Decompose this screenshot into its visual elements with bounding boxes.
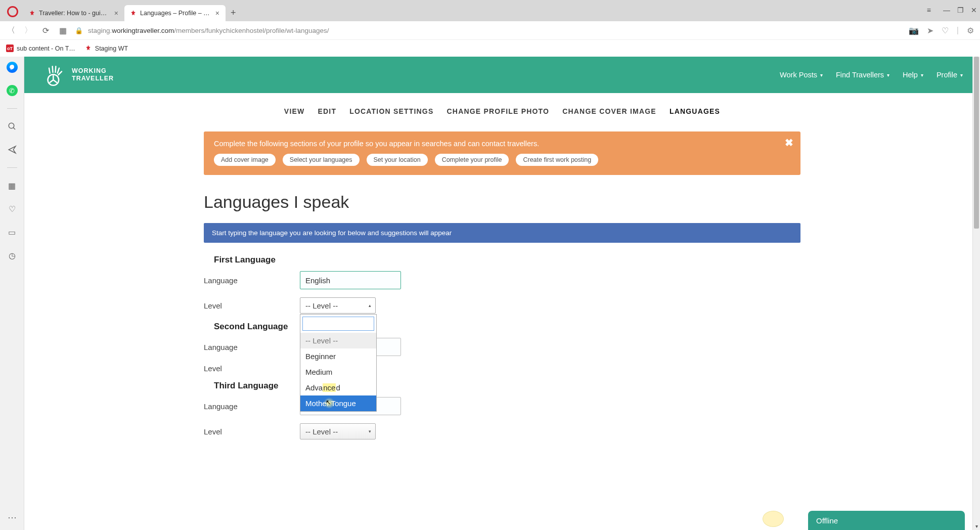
alert-close-icon[interactable]: ✖ — [785, 137, 793, 149]
alert-text: Complete the following sections of your … — [214, 140, 790, 148]
bookmark-bar: oT sub content - On T… Staging WT — [0, 39, 980, 57]
brand-logo[interactable]: WORKING TRAVELLER — [41, 62, 114, 88]
speed-dial-rail-icon[interactable]: ▦ — [7, 180, 18, 191]
bookmark-item-0[interactable]: oT sub content - On T… — [6, 45, 75, 52]
vertical-scrollbar[interactable]: ▾ — [972, 57, 980, 530]
back-button[interactable]: 〈 — [6, 25, 16, 36]
select-value: -- Level -- — [305, 301, 338, 310]
level-option-beginner[interactable]: Beginner — [300, 348, 376, 364]
sidebar-more-icon[interactable]: ⋯ — [8, 512, 17, 523]
url-input[interactable]: 🔒 staging.workingtraveller.com/members/f… — [75, 27, 902, 34]
reload-button[interactable]: ⟳ — [40, 26, 51, 35]
favicon-icon — [28, 10, 36, 17]
subnav-edit[interactable]: EDIT — [317, 105, 337, 117]
pill-add-cover[interactable]: Add cover image — [214, 154, 276, 166]
chevron-down-icon: ▾ — [887, 72, 889, 78]
label-level-2: Level — [204, 364, 300, 373]
browser-tab-1[interactable]: Languages – Profile – John × — [124, 5, 226, 21]
nav-find-travellers[interactable]: Find Travellers▾ — [836, 71, 889, 79]
label-language-1: Language — [204, 276, 300, 285]
url-text: staging.workingtraveller.com/members/fun… — [88, 27, 329, 34]
heart-rail-icon[interactable]: ♡ — [7, 203, 18, 214]
level-select-3[interactable]: -- Level -- ▾ — [300, 423, 376, 439]
send-icon[interactable]: ➤ — [927, 26, 933, 35]
nav-work-posts[interactable]: Work Posts▾ — [780, 71, 823, 79]
easy-setup-icon[interactable]: ⚙ — [967, 26, 974, 35]
section-title-first: First Language — [214, 255, 800, 265]
chevron-down-icon: ▾ — [960, 72, 963, 78]
news-rail-icon[interactable]: ▭ — [7, 227, 18, 238]
chevron-down-icon: ▾ — [921, 72, 923, 78]
minimize-icon[interactable]: ― — [943, 6, 950, 14]
tab-menu-icon[interactable]: ≡ — [927, 6, 931, 14]
nav-help[interactable]: Help▾ — [903, 71, 923, 79]
label-language-3: Language — [204, 402, 300, 411]
level-option-placeholder[interactable]: -- Level -- — [300, 333, 376, 348]
browser-tab-0[interactable]: Traveller: How to - guides × — [23, 5, 124, 21]
pill-create-posting[interactable]: Create first work posting — [516, 154, 598, 166]
messenger-icon[interactable] — [7, 62, 18, 73]
language-input-1[interactable] — [300, 271, 401, 289]
info-bar: Start typing the language you are lookin… — [204, 223, 800, 243]
browser-tabbar: Traveller: How to - guides × Languages –… — [0, 4, 980, 21]
subnav-languages[interactable]: LANGUAGES — [669, 105, 721, 117]
level-option-advanced[interactable]: Advanced — [300, 380, 376, 395]
caret-up-icon: ▴ — [369, 303, 371, 308]
site-header: WORKING TRAVELLER Work Posts▾ Find Trave… — [24, 57, 980, 93]
bookmark-label: sub content - On T… — [17, 45, 75, 52]
level-option-medium[interactable]: Medium — [300, 364, 376, 380]
level-select-1[interactable]: -- Level -- ▴ -- Level -- Beginner Mediu… — [300, 297, 376, 314]
caret-down-icon: ▾ — [369, 429, 371, 434]
heart-icon[interactable]: ♡ — [942, 26, 949, 35]
nav-profile[interactable]: Profile▾ — [937, 71, 963, 79]
new-tab-button[interactable]: + — [226, 5, 241, 21]
svg-point-0 — [9, 123, 14, 128]
search-icon[interactable] — [7, 121, 18, 132]
opera-sidebar: ✆ ▦ ♡ ▭ ◷ ⋯ — [0, 57, 24, 530]
tab-close-icon[interactable]: × — [214, 9, 220, 17]
forward-button[interactable]: 〉 — [23, 25, 33, 36]
svg-line-1 — [13, 127, 15, 129]
scroll-down-icon[interactable]: ▾ — [973, 523, 980, 529]
label-language-2: Language — [204, 343, 300, 351]
tab-title: Languages – Profile – John — [140, 10, 211, 17]
scrollbar-thumb[interactable] — [974, 57, 979, 229]
brand-line2: TRAVELLER — [72, 75, 114, 82]
subnav-cover[interactable]: CHANGE COVER IMAGE — [561, 105, 657, 117]
send-rail-icon[interactable] — [7, 144, 18, 155]
subnav-view[interactable]: VIEW — [283, 105, 306, 117]
pill-select-languages[interactable]: Select your languages — [283, 154, 360, 166]
chat-widget[interactable]: Offline — [808, 511, 965, 530]
bookmark-favicon-icon: oT — [6, 45, 14, 52]
page-title: Languages I speak — [204, 192, 800, 212]
window-controls: ≡ ― ❐ ✕ — [927, 6, 977, 14]
profile-completion-alert: ✖ Complete the following sections of you… — [204, 131, 800, 175]
bookmark-label: Staging WT — [95, 45, 128, 52]
tab-close-icon[interactable]: × — [113, 9, 119, 17]
snapshot-icon[interactable]: 📷 — [909, 26, 919, 35]
subnav-photo[interactable]: CHANGE PROFILE PHOTO — [446, 105, 551, 117]
chevron-down-icon: ▾ — [820, 72, 823, 78]
primary-nav: Work Posts▾ Find Travellers▾ Help▾ Profi… — [780, 71, 963, 79]
dropdown-search-input[interactable] — [302, 317, 374, 331]
pill-set-location[interactable]: Set your location — [367, 154, 428, 166]
favicon-icon — [129, 10, 137, 17]
chat-bubble-hint-icon — [763, 511, 798, 529]
level-option-mother-tongue[interactable]: Mother Tongue ↖ — [300, 395, 376, 411]
pill-complete-profile[interactable]: Complete your profile — [435, 154, 509, 166]
profile-subnav: VIEW EDIT LOCATION SETTINGS CHANGE PROFI… — [199, 93, 806, 122]
bookmark-favicon-icon — [84, 45, 92, 52]
opera-logo-icon[interactable] — [7, 6, 18, 17]
select-value: -- Level -- — [305, 427, 338, 436]
hand-logo-icon — [41, 62, 67, 88]
maximize-icon[interactable]: ❐ — [957, 6, 964, 14]
speed-dial-icon[interactable]: ▦ — [58, 26, 68, 35]
close-window-icon[interactable]: ✕ — [971, 6, 977, 14]
bookmark-item-1[interactable]: Staging WT — [84, 45, 128, 52]
history-rail-icon[interactable]: ◷ — [7, 250, 18, 261]
whatsapp-icon[interactable]: ✆ — [7, 85, 18, 96]
level-dropdown: -- Level -- Beginner Medium Advanced Mot… — [300, 314, 377, 412]
brand-line1: WORKING — [72, 67, 114, 75]
tab-title: Traveller: How to - guides — [39, 10, 110, 17]
subnav-location[interactable]: LOCATION SETTINGS — [348, 105, 434, 117]
